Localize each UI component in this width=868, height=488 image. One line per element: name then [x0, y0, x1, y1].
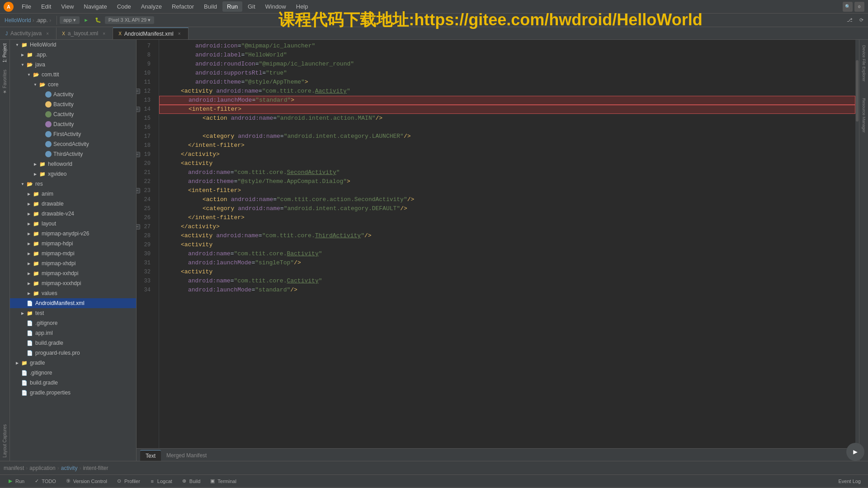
scroll-thumb[interactable] — [856, 60, 859, 122]
vtab-layout-captures[interactable]: Layout Captures — [0, 421, 9, 461]
fold-icon-14[interactable]: − — [137, 107, 140, 112]
tree-aactivity[interactable]: Aactivity — [10, 89, 136, 99]
tab-merged-manifest[interactable]: Merged Manifest — [161, 450, 212, 461]
right-tab-device-explorer[interactable]: Device File Explorer — [861, 42, 867, 85]
btn-profiler[interactable]: ⊙ Profiler — [113, 477, 144, 485]
btn-version-control[interactable]: ⑨ Version Control — [61, 477, 111, 485]
menu-build[interactable]: Build — [199, 1, 222, 12]
breadcrumb-intent-filter[interactable]: intent-filter — [83, 465, 108, 471]
breadcrumb-activity[interactable]: activity — [61, 465, 78, 471]
line-num-25: 25 — [137, 204, 154, 213]
folder-icon-test: 📁 — [26, 310, 33, 317]
code-line-25: <category android:name="android.intent.c… — [159, 204, 855, 213]
code-editor[interactable]: android:icon="@mipmap/ic_launcher" andro… — [159, 40, 855, 448]
tree-xgvideo[interactable]: ▶ 📁 xgvideo — [10, 169, 136, 179]
tree-gradle-properties[interactable]: 📄 gradle.properties — [10, 388, 136, 398]
breadcrumb-manifest[interactable]: manifest — [4, 465, 24, 471]
tree-java[interactable]: ▼ 📂 java — [10, 60, 136, 70]
code-line-34: android:launchMode="standard" /> — [159, 286, 855, 295]
toolbar-settings-icon[interactable]: ⚙ — [854, 2, 864, 12]
tree-mipmap-hdpi[interactable]: ▶ 📁 mipmap-hdpi — [10, 239, 136, 249]
btn-terminal[interactable]: ▣ Terminal — [206, 477, 240, 485]
tree-anim[interactable]: ▶ 📁 anim — [10, 189, 136, 199]
menu-edit[interactable]: Edit — [37, 1, 56, 12]
tree-mipmap-xhdpi[interactable]: ▶ 📁 mipmap-xhdpi — [10, 258, 136, 268]
tab-text[interactable]: Text — [140, 450, 161, 461]
toolbar-search-icon[interactable]: 🔍 — [843, 2, 853, 12]
menu-run[interactable]: Run — [222, 1, 242, 12]
fold-icon-27[interactable]: − — [137, 224, 140, 230]
tree-drawable-v24[interactable]: ▶ 📁 drawable-v24 — [10, 209, 136, 219]
tree-mipmap-any[interactable]: ▶ 📁 mipmap-anydpi-v26 — [10, 229, 136, 239]
tree-drawable[interactable]: ▶ 📁 drawable — [10, 199, 136, 209]
vtab-project[interactable]: 1: Project — [0, 40, 9, 66]
run-button[interactable]: ▶ — [81, 15, 91, 25]
sync-icon[interactable]: ⟳ — [856, 15, 866, 25]
tab-manifest[interactable]: X AndroidManifest.xml × — [113, 28, 188, 39]
tree-app[interactable]: ▶ 📁 .app. — [10, 50, 136, 60]
tree-gitignore-app[interactable]: 📄 .gitignore — [10, 318, 136, 328]
tree-core[interactable]: ▼ 📂 core — [10, 80, 136, 89]
fold-icon-19[interactable]: − — [137, 152, 140, 157]
tree-values[interactable]: ▶ 📁 values — [10, 288, 136, 298]
tree-firstactivity[interactable]: FirstActivity — [10, 129, 136, 139]
tab-aactivity-icon: J — [5, 31, 8, 36]
tree-proguard[interactable]: 📄 proguard-rules.pro — [10, 348, 136, 358]
tree-thirdactivity[interactable]: ThirdActivity — [10, 149, 136, 159]
tab-layout[interactable]: X a_layout.xml × — [57, 28, 113, 39]
tree-build-gradle-app[interactable]: 📄 build.gradle — [10, 338, 136, 348]
vertical-scrollbar[interactable] — [855, 40, 859, 448]
tree-dactivity[interactable]: Dactivity — [10, 119, 136, 129]
btn-logcat[interactable]: ≡ Logcat — [146, 477, 176, 485]
tab-aactivity-close[interactable]: × — [44, 30, 51, 37]
tree-build-gradle-root[interactable]: 📄 build.gradle — [10, 378, 136, 388]
tree-bactivity[interactable]: Bactivity — [10, 99, 136, 109]
tree-test[interactable]: ▶ 📁 test — [10, 308, 136, 318]
tree-layout[interactable]: ▶ 📁 layout — [10, 219, 136, 229]
menu-view[interactable]: View — [57, 1, 78, 12]
tree-res[interactable]: ▼ 📂 res — [10, 179, 136, 189]
menu-refactor[interactable]: Refactor — [167, 1, 198, 12]
tree-mipmap-mdpi[interactable]: ▶ 📁 mipmap-mdpi — [10, 249, 136, 258]
project-label: HelloWorld › .app. › — [2, 17, 54, 23]
code-line-24: <action android:name="com.ttit.core.acti… — [159, 195, 855, 204]
tree-cactivity[interactable]: Cactivity — [10, 109, 136, 119]
vtab-favorites[interactable]: ★ Favorites — [0, 66, 9, 98]
fold-icon-12[interactable]: − — [137, 89, 140, 94]
tree-helloworld-pkg[interactable]: ▶ 📁 helloworld — [10, 159, 136, 169]
btn-run[interactable]: ▶ Run — [4, 477, 28, 485]
tree-mipmap-xxhdpi[interactable]: ▶ 📁 mipmap-xxhdpi — [10, 268, 136, 278]
breadcrumb-application[interactable]: application — [29, 465, 55, 471]
btn-event-log[interactable]: Event Log — [835, 478, 864, 485]
tab-layout-close[interactable]: × — [101, 30, 107, 37]
tree-helloworld[interactable]: ▼ 📁 HelloWorld — [10, 40, 136, 50]
tree-app-iml[interactable]: 📄 app.iml — [10, 328, 136, 338]
tree-gradle[interactable]: ▶ 📁 gradle — [10, 358, 136, 368]
btn-todo[interactable]: ✓ TODO — [30, 477, 60, 485]
tree-gitignore-root[interactable]: 📄 .gitignore — [10, 368, 136, 378]
fold-icon-23[interactable]: − — [137, 188, 140, 193]
tree-secondactivity[interactable]: SecondActivity — [10, 139, 136, 149]
warning-icon-14: 💡 — [137, 105, 137, 114]
menu-file[interactable]: File — [17, 1, 36, 12]
right-tab-resource-manager[interactable]: Resource Manager — [861, 94, 867, 136]
menu-window[interactable]: Window — [261, 1, 291, 12]
menu-code[interactable]: Code — [113, 1, 136, 12]
btn-build[interactable]: ⊕ Build — [178, 477, 204, 485]
pixel-device[interactable]: Pixel 3 XL API 29 ▾ — [105, 16, 155, 24]
tree-androidmanifest[interactable]: 📄 AndroidManifest.xml — [10, 298, 136, 308]
tab-manifest-close[interactable]: × — [176, 31, 183, 37]
tab-aactivity[interactable]: J Aactivity.java × — [0, 28, 57, 39]
menu-help[interactable]: Help — [292, 1, 313, 12]
tree-mipmap-xxxhdpi[interactable]: ▶ 📁 mipmap-xxxhdpi — [10, 278, 136, 288]
device-selector[interactable]: app ▾ — [60, 16, 79, 24]
menu-git[interactable]: Git — [243, 1, 260, 12]
tree-comttit[interactable]: ▼ 📂 com.ttit — [10, 70, 136, 80]
folder-icon-drawable-v24: 📁 — [33, 210, 40, 217]
git-icon[interactable]: ⎇ — [844, 15, 854, 25]
proguard-icon: 📄 — [26, 349, 33, 357]
debug-button[interactable]: 🐛 — [93, 15, 103, 25]
menu-analyze[interactable]: Analyze — [137, 1, 166, 12]
floating-play-button[interactable]: ▶ — [846, 443, 864, 461]
menu-navigate[interactable]: Navigate — [79, 1, 111, 12]
